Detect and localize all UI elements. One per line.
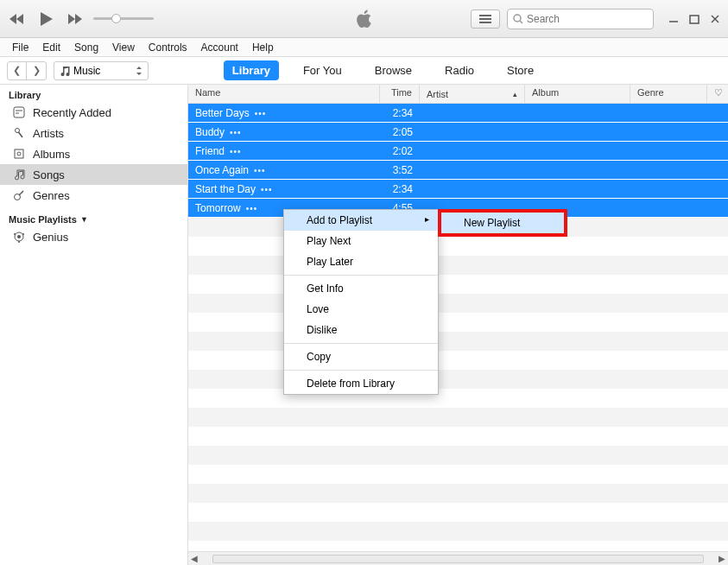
nav-forward-button[interactable]: ❯ [27,62,46,79]
sidebar-item-label: Recently Added [33,106,111,119]
nav-tabs: LibraryFor YouBrowseRadioStore [224,60,542,80]
tab-for-you[interactable]: For You [294,60,351,80]
col-time[interactable]: Time [380,85,420,103]
menu-song[interactable]: Song [67,40,105,55]
menu-bar: FileEditSongViewControlsAccountHelp [0,38,728,57]
svg-line-10 [19,132,23,137]
svg-point-15 [17,235,21,238]
song-actions-icon[interactable]: ••• [255,109,267,118]
sidebar-item-label: Songs [33,168,65,181]
svg-point-18 [22,233,24,235]
song-name: Better Days [195,107,250,119]
context-menu: Add to Playlist▸Play NextPlay LaterGet I… [283,209,439,395]
col-album[interactable]: Album [525,85,630,103]
song-actions-icon[interactable]: ••• [246,204,258,213]
svg-rect-11 [15,149,23,158]
svg-point-12 [17,152,21,156]
toolbar-right [471,9,721,29]
svg-point-17 [14,233,16,235]
search-input[interactable] [527,13,656,25]
sidebar-item-recently-added[interactable]: Recently Added [0,102,187,123]
sidebar-item-artists[interactable]: Artists [0,123,187,143]
song-row[interactable]: Friend•••2:02 [188,142,728,161]
guitar-icon [12,188,26,202]
menu-help[interactable]: Help [245,40,281,55]
empty-row [188,503,728,522]
song-row[interactable]: Better Days•••2:34 [188,104,728,123]
volume-slider[interactable] [93,17,154,20]
ctx-delete-from-library[interactable]: Delete from Library [284,373,438,394]
sidebar-playlist-genius[interactable]: Genius [0,226,187,247]
ctx-get-info[interactable]: Get Info [284,278,438,299]
list-view-button[interactable] [471,10,500,29]
next-button[interactable] [66,10,85,29]
song-actions-icon[interactable]: ••• [230,147,242,156]
maximize-button[interactable] [688,13,700,25]
scroll-right-icon[interactable]: ▶ [716,554,728,563]
search-icon [513,14,523,24]
ctx-dislike[interactable]: Dislike [284,320,438,340]
album-icon [12,147,26,161]
nav-bar: ❮ ❯ Music LibraryFor YouBrowseRadioStore [0,57,728,85]
song-actions-icon[interactable]: ••• [261,185,273,194]
genius-icon [12,230,26,244]
song-name: Tomorrow [195,202,241,214]
song-row[interactable]: Buddy•••2:05 [188,123,728,142]
tab-browse[interactable]: Browse [366,60,421,80]
tab-store[interactable]: Store [498,60,542,80]
source-dropdown[interactable]: Music [54,61,149,80]
menu-file[interactable]: File [5,40,35,55]
play-button[interactable] [33,6,59,32]
tab-radio[interactable]: Radio [436,60,483,80]
sidebar-item-genres[interactable]: Genres [0,185,187,206]
svg-point-0 [514,15,521,22]
ctx-play-later[interactable]: Play Later [284,251,438,272]
song-list: Better Days•••2:34Buddy•••2:05Friend•••2… [188,104,728,551]
submenu-arrow-icon: ▸ [425,214,429,224]
heart-icon: ♡ [714,87,723,98]
ctx-play-next[interactable]: Play Next [284,231,438,251]
tab-library[interactable]: Library [224,60,279,80]
sidebar-section-playlists[interactable]: Music Playlists ▼ [0,206,187,226]
song-row[interactable]: Start the Day•••2:34 [188,180,728,199]
col-artist[interactable]: Artist ▴ [420,85,525,103]
sidebar-item-label: Artists [33,127,64,140]
ctx-love[interactable]: Love [284,299,438,320]
close-button[interactable] [709,13,721,25]
song-actions-icon[interactable]: ••• [254,166,266,175]
svg-rect-3 [690,16,699,23]
ctx-copy[interactable]: Copy [284,346,438,367]
minimize-button[interactable] [668,13,680,25]
submenu-new-playlist[interactable]: New Playlist [441,213,564,233]
sidebar-item-albums[interactable]: Albums [0,143,187,164]
empty-row [188,351,728,370]
col-genre[interactable]: Genre [630,85,707,103]
music-note-icon [60,66,70,76]
col-name[interactable]: Name [188,85,380,103]
col-loved[interactable]: ♡ [707,85,728,103]
song-time: 2:34 [380,181,420,198]
prev-button[interactable] [7,10,26,29]
scroll-left-icon[interactable]: ◀ [188,554,200,563]
empty-row [188,446,728,465]
song-name: Once Again [195,164,249,176]
nav-back-button[interactable]: ❮ [8,62,27,79]
empty-row [188,408,728,427]
song-row[interactable]: Once Again•••3:52 [188,161,728,180]
ctx-add-to-playlist[interactable]: Add to Playlist▸ [284,210,438,231]
song-time: 2:05 [380,124,420,141]
svg-point-9 [16,129,20,133]
empty-row [188,256,728,275]
menu-separator [284,275,438,276]
menu-account[interactable]: Account [194,40,245,55]
horizontal-scrollbar[interactable]: ◀ ▶ [188,551,728,565]
menu-controls[interactable]: Controls [142,40,194,55]
sidebar-item-label: Genres [33,189,70,202]
menu-view[interactable]: View [105,40,142,55]
menu-edit[interactable]: Edit [35,40,67,55]
empty-row [188,389,728,408]
search-box[interactable] [507,9,654,29]
sidebar-item-songs[interactable]: Songs [0,164,187,185]
svg-rect-6 [14,107,24,117]
song-actions-icon[interactable]: ••• [230,128,242,137]
